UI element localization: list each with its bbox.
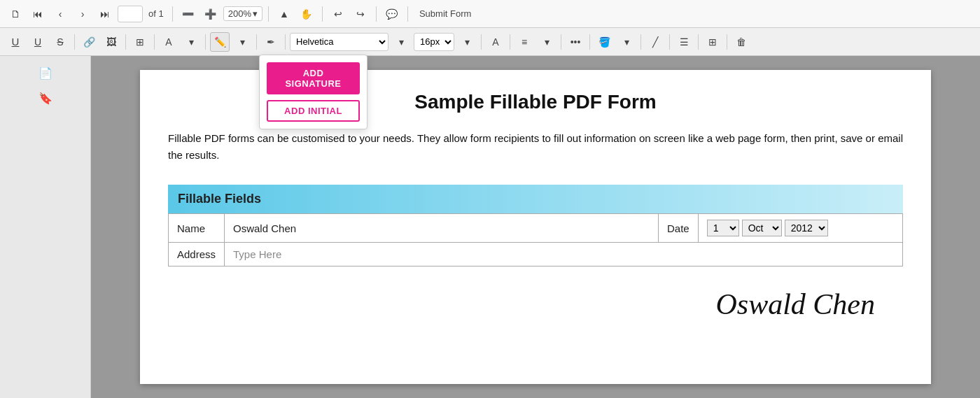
submit-form-button[interactable]: Submit Form bbox=[414, 8, 477, 19]
grid-button[interactable]: ⊞ bbox=[703, 32, 722, 52]
name-label: Name bbox=[169, 214, 225, 243]
prev-page-button[interactable]: ‹ bbox=[50, 4, 70, 24]
zoom-select-button[interactable]: 200% ▾ bbox=[223, 6, 262, 21]
sidebar-pages-icon[interactable]: 📄 bbox=[36, 63, 55, 83]
table-button[interactable]: ⊞ bbox=[130, 32, 150, 52]
add-initial-button[interactable]: ADD INITIAL bbox=[267, 100, 360, 122]
undo-button[interactable]: ↩ bbox=[328, 4, 348, 24]
text-color-dropdown[interactable]: ▾ bbox=[181, 32, 201, 52]
align-button[interactable]: ≡ bbox=[514, 32, 534, 52]
fill-dropdown[interactable]: ▾ bbox=[617, 32, 636, 52]
first-page-button[interactable]: ⏮ bbox=[28, 4, 48, 24]
align-dropdown[interactable]: ▾ bbox=[537, 32, 556, 52]
doc-area: Sample Fillable PDF Form Fillable PDF fo… bbox=[91, 56, 980, 398]
signature-dropdown: ADD SIGNATURE ADD INITIAL bbox=[259, 55, 368, 129]
image-button[interactable]: 🖼 bbox=[102, 32, 121, 52]
top-toolbar: 🗋 ⏮ ‹ › ⏭ 1 of 1 ➖ ➕ 200% ▾ ▲ ✋ ↩ ↪ 💬 Su… bbox=[0, 0, 980, 28]
delete-button[interactable]: 🗑 bbox=[732, 32, 751, 52]
left-sidebar: 📄 🔖 bbox=[0, 56, 91, 398]
name-value[interactable]: Oswald Chen bbox=[225, 214, 659, 243]
marker-button[interactable]: ✒ bbox=[261, 32, 281, 52]
page-description: Fillable PDF forms can be customised to … bbox=[168, 130, 903, 164]
pen-dropdown[interactable]: ▾ bbox=[232, 32, 252, 52]
link-button[interactable]: 🔗 bbox=[79, 32, 99, 52]
address-label: Address bbox=[169, 243, 225, 266]
address-row: Address Type Here bbox=[169, 243, 903, 266]
font-size-select[interactable]: 16px 8px10px12px14px 18px20px24px bbox=[414, 33, 454, 51]
address-value[interactable]: Type Here bbox=[225, 243, 903, 266]
cursor-tool-button[interactable]: ▲ bbox=[274, 4, 294, 24]
signature-area: Oswald Chen bbox=[168, 287, 903, 321]
underline2-button[interactable]: U bbox=[28, 32, 48, 52]
zoom-level: 200% bbox=[228, 8, 251, 19]
zoom-out-button[interactable]: ➖ bbox=[178, 4, 198, 24]
main-area: 📄 🔖 Sample Fillable PDF Form Fillable PD… bbox=[0, 56, 980, 398]
more-button[interactable]: ••• bbox=[566, 32, 585, 52]
sec-toolbar: U U S 🔗 🖼 ⊞ A ▾ ✏️ ▾ ✒ Helvetica Arial T… bbox=[0, 28, 980, 56]
page-number-input[interactable]: 1 bbox=[118, 6, 143, 22]
zoom-in-button[interactable]: ➕ bbox=[201, 4, 220, 24]
date-month-select[interactable]: JanFebMarApr MayJunJulAug SepOctNovDec bbox=[742, 220, 782, 236]
hand-tool-button[interactable]: ✋ bbox=[297, 4, 316, 24]
font-family-select[interactable]: Helvetica Arial Times New Roman Courier bbox=[290, 33, 388, 51]
redo-button[interactable]: ↪ bbox=[351, 4, 370, 24]
font-size-dropdown-icon[interactable]: ▾ bbox=[457, 32, 477, 52]
signature-text: Oswald Chen bbox=[715, 288, 875, 320]
last-page-button[interactable]: ⏭ bbox=[95, 4, 115, 24]
fillable-table: Name Oswald Chen Date 1 2345 6789 101112… bbox=[168, 213, 903, 266]
add-signature-button[interactable]: ADD SIGNATURE bbox=[267, 62, 360, 94]
underline-button[interactable]: U bbox=[6, 32, 25, 52]
list-button[interactable]: ☰ bbox=[674, 32, 694, 52]
line-button[interactable]: ╱ bbox=[645, 32, 665, 52]
zoom-dropdown-icon: ▾ bbox=[253, 8, 258, 19]
page-total: of 1 bbox=[148, 8, 164, 19]
font-size-icon[interactable]: A bbox=[486, 32, 505, 52]
comment-button[interactable]: 💬 bbox=[382, 4, 402, 24]
pen-button[interactable]: ✏️ bbox=[210, 32, 230, 52]
sidebar-bookmark-icon[interactable]: 🔖 bbox=[36, 88, 55, 108]
text-color-button[interactable]: A bbox=[159, 32, 178, 52]
strikethrough-button[interactable]: S bbox=[50, 32, 70, 52]
next-page-button[interactable]: › bbox=[73, 4, 92, 24]
date-label: Date bbox=[659, 214, 699, 243]
date-cell: 1 2345 6789 10111213 14151617 18192021 2… bbox=[698, 214, 902, 243]
name-row: Name Oswald Chen Date 1 2345 6789 101112… bbox=[169, 214, 903, 243]
font-dropdown-icon[interactable]: ▾ bbox=[391, 32, 411, 52]
date-day-select[interactable]: 1 2345 6789 10111213 14151617 18192021 2… bbox=[707, 220, 739, 236]
date-year-select[interactable]: 201020112012 201320142015 bbox=[785, 220, 828, 236]
fillable-header: Fillable Fields bbox=[168, 185, 903, 213]
fill-color-button[interactable]: 🪣 bbox=[594, 32, 614, 52]
file-menu-button[interactable]: 🗋 bbox=[6, 4, 25, 24]
